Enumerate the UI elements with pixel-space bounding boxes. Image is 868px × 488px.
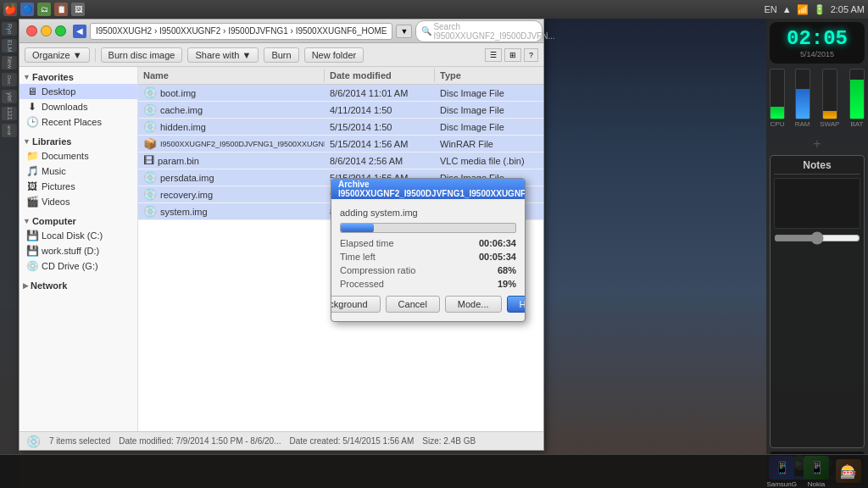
table-row[interactable]: 🎞param.bin 8/6/2014 2:56 AM VLC media fi…	[138, 152, 543, 169]
nav-item-d-drive[interactable]: 💾 work.stuff (D:)	[19, 243, 137, 258]
file-name-cell: 💿persdata.img	[138, 170, 325, 185]
clock-date: 5/14/2015	[775, 50, 860, 58]
mode-button[interactable]: Mode...	[445, 296, 502, 313]
left-sidebar-item-7[interactable]: andr	[2, 124, 17, 137]
file-date-cell: 5/15/2014 1:50	[325, 119, 435, 134]
cancel-button[interactable]: Cancel	[386, 296, 440, 313]
col-date[interactable]: Date modified	[325, 69, 435, 82]
file-type-cell: Disc Image File	[435, 86, 543, 100]
left-sidebar-item-4[interactable]: Doc	[2, 73, 17, 86]
nav-item-desktop[interactable]: 🖥 Desktop	[19, 84, 137, 99]
nav-item-g-drive[interactable]: 💿 CD Drive (G:)	[19, 258, 137, 274]
left-sidebar-item-2[interactable]: ELM	[2, 39, 17, 53]
favorites-header: ▼ Favorites	[19, 70, 137, 84]
timeleft-row: Time left 00:05:34	[340, 252, 516, 262]
compression-label: Compression ratio	[340, 265, 415, 275]
search-placeholder[interactable]: Search I9500XXUGNF2_I9500DJVFN...	[433, 22, 554, 41]
address-dropdown-btn[interactable]: ▼	[396, 25, 412, 38]
samsung-icon[interactable]: 📱	[769, 456, 794, 480]
adding-file: system.img	[370, 208, 418, 218]
table-row[interactable]: 💿cache.img 4/11/2014 1:50 Disc Image Fil…	[138, 102, 543, 119]
taskbar-icon-3[interactable]: 🗂	[37, 3, 51, 16]
notes-slider[interactable]	[774, 233, 860, 243]
taskbar-left: 🍎 🔵 🗂 📋 🖼	[3, 3, 85, 16]
samsung-app[interactable]: 📱 SamsunG	[766, 456, 797, 488]
file-icon: 💿	[143, 120, 157, 133]
file-date-cell: 5/15/2014 1:56 AM	[325, 136, 435, 151]
table-row[interactable]: 📦I9500XXUGNF2_I9500DJVFNG1_I9500XXUGNF6.…	[138, 136, 543, 152]
cpu-meter-bar	[771, 107, 784, 119]
file-name: cache.img	[160, 105, 203, 115]
close-button[interactable]	[26, 25, 37, 36]
left-sidebar-item-3[interactable]: New	[2, 56, 17, 69]
network-label: Network	[31, 280, 67, 291]
status-disc-icon: 💿	[26, 435, 41, 448]
computer-collapse[interactable]: ▼	[23, 217, 31, 225]
left-sidebar-item-1[interactable]: Ryo	[2, 22, 17, 36]
col-type[interactable]: Type	[435, 69, 543, 82]
burn-disc-button[interactable]: Burn disc image	[101, 47, 183, 63]
table-row[interactable]: 💿hidden.img 5/15/2014 1:50 Disc Image Fi…	[138, 119, 543, 136]
address-bar[interactable]: I9500XXUGH2 › I9500XXUGNF2 › I9500DJVFNG…	[90, 23, 392, 40]
nav-item-documents[interactable]: 📁 Documents	[19, 148, 137, 164]
desktop-icon: 🖥	[26, 86, 38, 97]
nav-item-pictures[interactable]: 🖼 Pictures	[19, 179, 137, 194]
burn-button[interactable]: Burn	[264, 47, 298, 63]
help-button[interactable]: Help	[507, 296, 526, 313]
cpu-label: CPU	[771, 120, 785, 128]
notes-content-area[interactable]	[774, 178, 860, 229]
explorer-status-bar: 💿 7 items selected Date modified: 7/9/20…	[19, 431, 543, 450]
view-icons-btn[interactable]: ⊞	[504, 48, 521, 62]
c-drive-icon: 💾	[26, 230, 38, 241]
music-label: Music	[42, 166, 66, 176]
recent-label: Recent Places	[42, 117, 102, 127]
nav-item-recent[interactable]: 🕒 Recent Places	[19, 114, 137, 130]
bat-meter-bar-container	[849, 69, 865, 119]
right-panel: 02:05 5/14/2015 CPU RAM SWAP BAT	[766, 19, 868, 488]
swap-meter-bar	[823, 111, 837, 119]
apple-icon[interactable]: 🍎	[3, 3, 17, 16]
signal-icon: 📶	[797, 4, 809, 15]
minimize-button[interactable]	[41, 25, 52, 36]
left-sidebar-item-5[interactable]: ytel	[2, 90, 17, 103]
nav-item-c-drive[interactable]: 💾 Local Disk (C:)	[19, 228, 137, 243]
adding-label: adding	[340, 208, 368, 218]
file-icon: 💿	[143, 171, 157, 184]
maximize-button[interactable]	[55, 25, 66, 36]
clock-widget: 02:05 5/14/2015	[770, 22, 865, 64]
bottom-taskbar: 📱 SamsunG 📱 Nokia 🎰	[0, 454, 868, 488]
file-type-cell: VLC media file (.bin)	[435, 153, 543, 168]
organize-button[interactable]: Organize ▼	[25, 47, 90, 63]
nav-item-videos[interactable]: 🎬 Videos	[19, 194, 137, 209]
libraries-collapse[interactable]: ▼	[23, 137, 31, 146]
taskbar-icon-5[interactable]: 🖼	[71, 3, 85, 16]
file-name: recovery.img	[160, 190, 213, 200]
nokia-icon[interactable]: 📱	[804, 456, 829, 480]
help-btn[interactable]: ?	[524, 48, 538, 62]
file-type-cell: Disc Image File	[435, 103, 543, 117]
background-button[interactable]: Background	[331, 296, 381, 313]
navigation-pane: ▼ Favorites 🖥 Desktop ⬇ Downloads 🕒 Rece…	[19, 67, 138, 431]
divider-1	[95, 48, 96, 62]
new-folder-button[interactable]: New folder	[304, 47, 364, 63]
left-sidebar-item-6[interactable]: 1121	[2, 107, 17, 120]
col-name[interactable]: Name	[138, 69, 325, 82]
search-container[interactable]: 🔍 Search I9500XXUGNF2_I9500DJVFN...	[415, 20, 542, 42]
elapsed-label: Elapsed time	[340, 238, 394, 248]
share-with-button[interactable]: Share with ▼	[187, 47, 259, 63]
slots-app[interactable]: 🎰	[836, 459, 861, 484]
slots-icon[interactable]: 🎰	[836, 459, 861, 483]
taskbar-icon-2[interactable]: 🔵	[20, 3, 34, 16]
nokia-app[interactable]: 📱 Nokia	[804, 456, 829, 488]
favorites-collapse[interactable]: ▼	[23, 73, 31, 81]
taskbar-icon-4[interactable]: 📋	[54, 3, 68, 16]
view-details-btn[interactable]: ☰	[485, 48, 502, 62]
nav-item-downloads[interactable]: ⬇ Downloads	[19, 99, 137, 114]
downloads-icon: ⬇	[26, 101, 38, 113]
nav-item-music[interactable]: 🎵 Music	[19, 164, 137, 179]
back-btn[interactable]: ◀	[73, 25, 86, 38]
address-dropdown[interactable]: ▼	[396, 25, 412, 38]
network-collapse[interactable]: ▶	[23, 281, 29, 290]
search-icon: 🔍	[421, 26, 431, 36]
table-row[interactable]: 💿boot.img 8/6/2014 11:01 AM Disc Image F…	[138, 85, 543, 102]
